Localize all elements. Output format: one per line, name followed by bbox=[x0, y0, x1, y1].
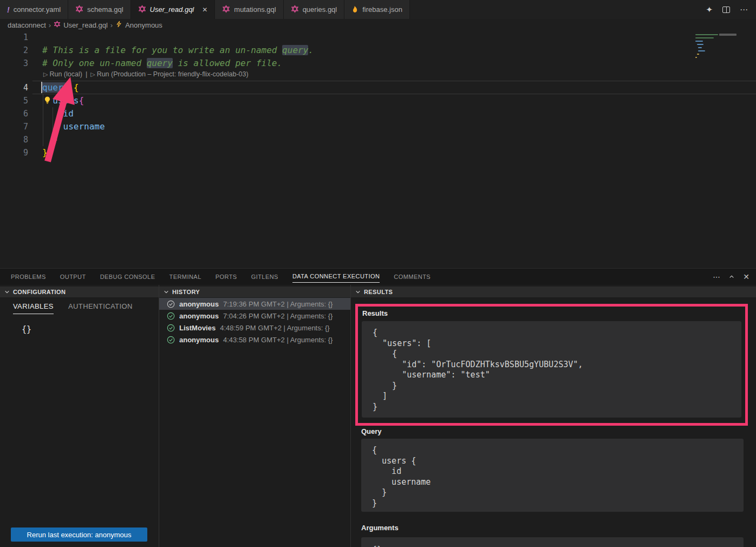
code-line: username bbox=[42, 120, 105, 133]
codelens: ▷Run (local) | ▷Run (Production – Projec… bbox=[43, 69, 249, 80]
query-label: Query bbox=[361, 427, 382, 435]
current-line-highlight bbox=[32, 81, 756, 94]
code-line-comment: # Only one un-named query is allowed per… bbox=[42, 57, 282, 70]
word-highlight: query bbox=[147, 58, 173, 68]
panel-tab-debug-console[interactable]: DEBUG CONSOLE bbox=[100, 271, 155, 283]
code-line: } bbox=[42, 146, 48, 159]
check-circle-icon bbox=[167, 300, 175, 308]
query-code-block: { users { id username } } bbox=[361, 439, 744, 512]
close-panel-icon[interactable]: ✕ bbox=[743, 272, 750, 281]
history-item[interactable]: ListMovies 4:48:59 PM GMT+2 | Arguments:… bbox=[159, 322, 350, 334]
chevron-down-icon bbox=[355, 289, 361, 295]
panel-tab-output[interactable]: OUTPUT bbox=[60, 271, 86, 283]
graphql-icon bbox=[291, 5, 299, 15]
editor-actions: ✦ ⋯ bbox=[706, 0, 756, 19]
code-editor[interactable]: 1 2 3 4 5 6 7 8 9 # This is a file for y… bbox=[0, 31, 756, 268]
history-item[interactable]: anonymous 4:43:58 PM GMT+2 | Arguments: … bbox=[159, 334, 350, 346]
results-header[interactable]: RESULTS bbox=[351, 286, 756, 297]
breadcrumb-folder[interactable]: dataconnect bbox=[8, 21, 46, 29]
results-label: Results bbox=[362, 309, 388, 317]
split-editor-icon[interactable] bbox=[722, 6, 730, 13]
line-number: 7 bbox=[0, 120, 28, 133]
tab-firebase-json[interactable]: firebase.json bbox=[344, 0, 410, 19]
close-tab-icon[interactable]: ✕ bbox=[202, 6, 207, 14]
code-line: } bbox=[42, 133, 58, 146]
tab-label: User_read.gql bbox=[150, 5, 194, 14]
history-item[interactable]: anonymous 7:19:36 PM GMT+2 | Arguments: … bbox=[159, 298, 350, 310]
query-symbol-icon bbox=[115, 21, 122, 29]
minimap[interactable] bbox=[694, 32, 755, 67]
history-item-name: ListMovies bbox=[179, 324, 216, 332]
tab-label: firebase.json bbox=[362, 5, 402, 14]
check-circle-icon bbox=[167, 312, 175, 320]
text-cursor bbox=[41, 82, 42, 93]
history-item-name: anonymous bbox=[179, 312, 219, 320]
run-production-link[interactable]: ▷Run (Production – Project: friendly-fli… bbox=[90, 69, 248, 80]
panel-tab-ports[interactable]: PORTS bbox=[216, 271, 237, 283]
history-item[interactable]: anonymous 7:04:26 PM GMT+2 | Arguments: … bbox=[159, 310, 350, 322]
arguments-code-block: {} bbox=[361, 537, 744, 547]
play-icon: ▷ bbox=[90, 69, 95, 80]
tab-label: connector.yaml bbox=[14, 5, 61, 14]
history-item-details: 4:43:58 PM GMT+2 | Arguments: {} bbox=[223, 336, 333, 344]
line-number: 4 bbox=[0, 81, 28, 94]
indent-guide bbox=[53, 107, 53, 133]
chevron-down-icon bbox=[4, 289, 10, 295]
panel-tab-data-connect-execution[interactable]: DATA CONNECT EXECUTION bbox=[292, 271, 380, 283]
code-line-comment: # This is a file for you to write an un-… bbox=[42, 44, 314, 57]
maximize-panel-icon[interactable] bbox=[729, 274, 734, 279]
line-number: 8 bbox=[0, 133, 28, 146]
tab-connector-yaml[interactable]: ! connector.yaml bbox=[0, 0, 68, 19]
bottom-panel: PROBLEMS OUTPUT DEBUG CONSOLE TERMINAL P… bbox=[0, 268, 756, 547]
rerun-last-execution-button[interactable]: Rerun last execution: anonymous bbox=[11, 528, 147, 542]
panel-more-icon[interactable]: ⋯ bbox=[713, 272, 720, 281]
results-section: RESULTS Results { "users": [ { "id": "Or… bbox=[350, 285, 756, 547]
lightbulb-icon[interactable] bbox=[43, 96, 51, 105]
panel-tab-terminal[interactable]: TERMINAL bbox=[169, 271, 201, 283]
breadcrumb: dataconnect › User_read.gql › Anonymous bbox=[0, 19, 756, 31]
arguments-label: Arguments bbox=[361, 524, 399, 532]
panel-tab-problems[interactable]: PROBLEMS bbox=[11, 271, 46, 283]
vscode-window: ! connector.yaml schema.gql User_read.gq… bbox=[0, 0, 756, 547]
history-header[interactable]: HISTORY bbox=[159, 286, 350, 297]
line-number: 5 bbox=[0, 94, 28, 107]
check-circle-icon bbox=[167, 324, 175, 332]
run-local-link[interactable]: ▷Run (local) bbox=[43, 69, 82, 80]
tab-mutations-gql[interactable]: mutations.gql bbox=[215, 0, 283, 19]
graphql-icon bbox=[75, 5, 83, 15]
graphql-icon bbox=[54, 21, 61, 29]
history-item-details: 7:19:36 PM GMT+2 | Arguments: {} bbox=[223, 300, 333, 308]
editor-tab-bar: ! connector.yaml schema.gql User_read.gq… bbox=[0, 0, 756, 19]
results-json-output: { "users": [ { "id": "OrTucFODZHTksvBSBU… bbox=[362, 321, 741, 418]
breadcrumb-file-label: User_read.gql bbox=[63, 21, 108, 29]
copilot-sparkle-icon[interactable]: ✦ bbox=[706, 5, 713, 15]
firebase-flame-icon bbox=[351, 5, 359, 15]
history-item-details: 4:48:59 PM GMT+2 | Arguments: {} bbox=[220, 324, 329, 332]
line-number: 6 bbox=[0, 107, 28, 120]
results-highlight-annotation: Results { "users": [ { "id": "OrTucFODZH… bbox=[355, 304, 748, 426]
line-number: 2 bbox=[0, 44, 28, 57]
line-number: 9 bbox=[0, 146, 28, 159]
variables-value: {} bbox=[22, 324, 31, 334]
breadcrumb-symbol-label: Anonymous bbox=[125, 21, 162, 29]
configuration-header[interactable]: CONFIGURATION bbox=[0, 286, 159, 297]
history-section: HISTORY anonymous 7:19:36 PM GMT+2 | Arg… bbox=[159, 285, 350, 547]
tab-user-read-gql[interactable]: User_read.gql ✕ bbox=[131, 0, 216, 19]
line-number: 3 bbox=[0, 57, 28, 70]
graphql-icon bbox=[138, 5, 146, 15]
selected-keyword: query bbox=[42, 82, 68, 93]
breadcrumb-symbol[interactable]: Anonymous bbox=[115, 21, 162, 29]
breadcrumb-file[interactable]: User_read.gql bbox=[54, 21, 108, 29]
panel-tab-comments[interactable]: COMMENTS bbox=[394, 271, 431, 283]
tab-authentication[interactable]: AUTHENTICATION bbox=[68, 302, 133, 310]
panel-tab-gitlens[interactable]: GITLENS bbox=[251, 271, 278, 283]
yaml-warning-icon: ! bbox=[7, 5, 10, 14]
history-item-name: anonymous bbox=[179, 300, 219, 308]
code-line: id bbox=[42, 107, 74, 120]
tab-queries-gql[interactable]: queries.gql bbox=[284, 0, 345, 19]
more-actions-icon[interactable]: ⋯ bbox=[740, 5, 748, 15]
codelens-separator: | bbox=[86, 69, 87, 80]
play-icon: ▷ bbox=[43, 69, 48, 80]
tab-variables[interactable]: VARIABLES bbox=[13, 302, 54, 314]
tab-schema-gql[interactable]: schema.gql bbox=[68, 0, 131, 19]
